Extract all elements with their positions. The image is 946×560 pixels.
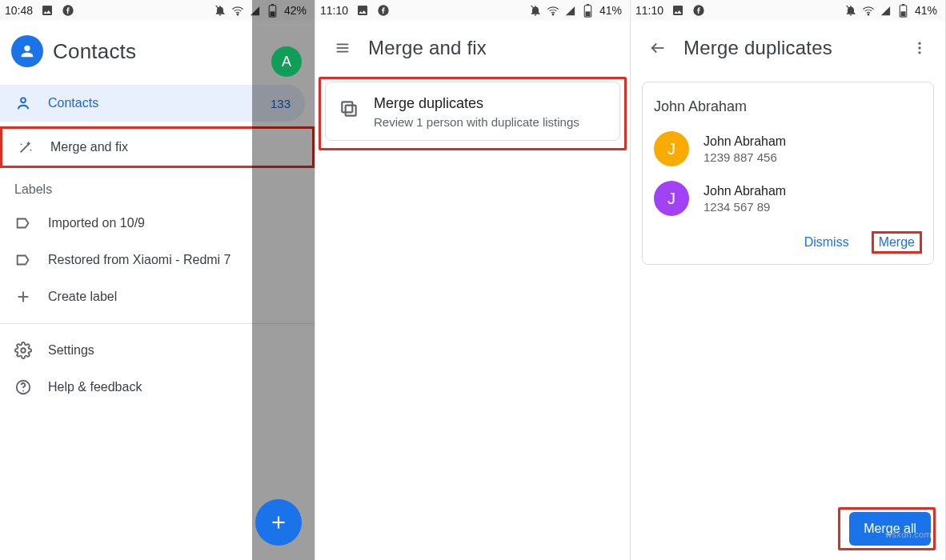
svg-rect-24 (342, 102, 352, 112)
merge-duplicates-card[interactable]: Merge duplicates Review 1 person with du… (325, 82, 620, 141)
back-button[interactable] (642, 32, 674, 64)
card-subtitle: Review 1 person with duplicate listings (374, 115, 579, 129)
battery-icon (897, 4, 910, 17)
help-label: Help & feedback (48, 380, 142, 394)
copy-icon (339, 98, 359, 119)
duplicate-entry[interactable]: J John Abraham 1234 567 89 (654, 181, 922, 216)
avatar: J (654, 181, 689, 216)
facebook-icon (377, 4, 390, 17)
svg-point-32 (918, 46, 920, 49)
duplicate-person-name: John Abraham (654, 98, 922, 115)
status-bar: 11:10 41% (315, 0, 630, 21)
wifi-icon (231, 4, 244, 17)
svg-rect-19 (587, 4, 589, 6)
create-label-text: Create label (48, 290, 117, 304)
svg-point-6 (21, 143, 22, 145)
person-icon (14, 94, 32, 112)
svg-rect-23 (346, 106, 356, 116)
wifi-icon (862, 4, 875, 17)
overflow-menu-button[interactable] (904, 32, 936, 64)
avatar: J (654, 131, 689, 166)
page-title: Merge and fix (368, 37, 487, 59)
signal-icon (564, 4, 577, 17)
duplicate-card: John Abraham J John Abraham 1239 887 456… (642, 82, 934, 265)
svg-point-10 (21, 348, 26, 353)
image-icon (356, 4, 369, 17)
bell-off-icon (214, 4, 226, 17)
svg-rect-28 (901, 11, 906, 16)
entry-phone: 1234 567 89 (703, 200, 786, 214)
card-title: Merge duplicates (374, 95, 579, 112)
nav-contacts-label: Contacts (48, 96, 98, 110)
wifi-icon (547, 4, 559, 17)
svg-point-26 (868, 14, 869, 15)
app-header: Merge and fix (315, 21, 630, 75)
duplicate-entry[interactable]: J John Abraham 1239 887 456 (654, 131, 922, 166)
status-time: 11:10 (635, 4, 663, 17)
svg-point-33 (918, 51, 920, 54)
contacts-app-icon (11, 35, 43, 67)
app-title: Contacts (53, 39, 136, 64)
gear-icon (14, 342, 32, 359)
account-avatar[interactable]: A (271, 46, 302, 77)
status-bar: 11:10 41% (631, 0, 945, 21)
entry-name: John Abraham (703, 184, 786, 198)
svg-point-7 (30, 150, 32, 151)
magic-wand-icon (17, 138, 34, 156)
svg-point-12 (22, 390, 24, 392)
entry-name: John Abraham (703, 134, 786, 149)
menu-button[interactable] (327, 32, 359, 64)
svg-point-1 (237, 14, 239, 15)
svg-rect-29 (902, 4, 904, 6)
dismiss-button[interactable]: Dismiss (798, 230, 856, 254)
signal-icon (880, 4, 892, 17)
bell-off-icon (844, 4, 857, 17)
plus-icon (14, 288, 32, 306)
merge-all-button[interactable]: Merge all (849, 512, 931, 546)
merge-button[interactable]: Merge (872, 231, 922, 254)
status-time: 10:48 (5, 4, 33, 17)
entry-phone: 1239 887 456 (703, 150, 786, 164)
app-header: Merge duplicates (631, 21, 945, 75)
image-icon (671, 4, 684, 17)
label-text: Imported on 10/9 (48, 216, 145, 230)
label-icon (14, 251, 32, 269)
svg-point-16 (552, 14, 554, 15)
bell-off-icon (529, 4, 542, 17)
nav-merge-fix-label: Merge and fix (50, 140, 128, 154)
image-icon (41, 4, 54, 17)
status-time: 11:10 (320, 4, 348, 17)
svg-point-31 (918, 42, 920, 45)
status-battery: 41% (915, 4, 937, 17)
settings-label: Settings (48, 343, 94, 358)
svg-rect-18 (586, 11, 591, 16)
facebook-icon (62, 4, 74, 17)
page-title: Merge duplicates (683, 37, 832, 59)
svg-point-5 (21, 98, 26, 102)
label-text: Restored from Xiaomi - Redmi 7 (48, 253, 231, 267)
status-battery: 41% (599, 4, 622, 17)
facebook-icon (692, 4, 705, 17)
label-icon (14, 214, 32, 232)
battery-icon (582, 4, 595, 17)
drawer-scrim[interactable]: A (252, 0, 315, 560)
help-icon (14, 378, 32, 396)
add-contact-fab[interactable] (255, 499, 302, 546)
